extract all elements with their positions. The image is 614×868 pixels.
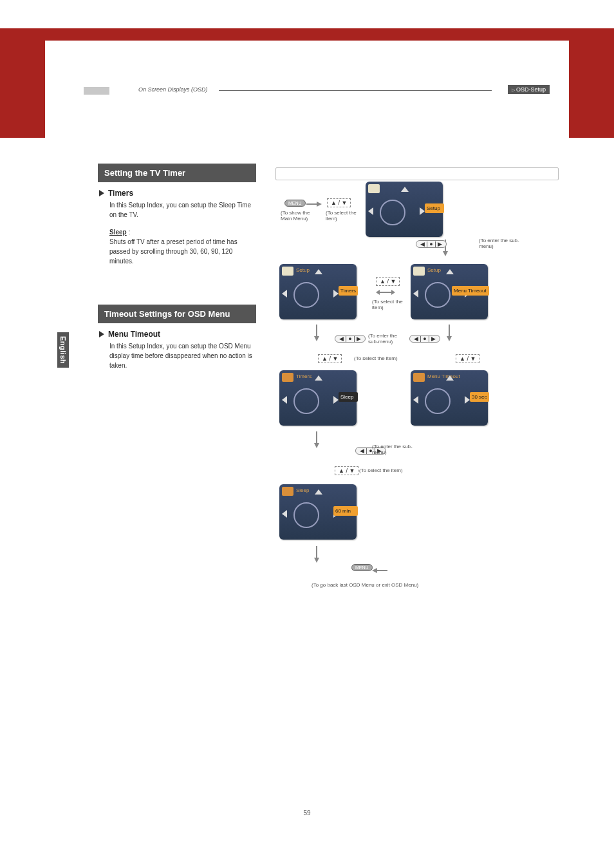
updown-key-icon: ▲ / ▼ xyxy=(327,198,351,207)
language-tab: English xyxy=(57,332,69,368)
caption-select-item-2: (To select the item) xyxy=(372,299,407,310)
updown-key-icon: ▲ / ▼ xyxy=(335,466,358,475)
tile-label-30sec: 30 sec xyxy=(470,392,489,402)
tile-toplabel-timers: Timers xyxy=(296,373,312,379)
desc-menu-timeout: In this Setup Index, you can setup the O… xyxy=(109,341,256,370)
corner-icon xyxy=(413,267,425,276)
caption-select-item-3: (To select the item) xyxy=(354,355,412,361)
nav-key-icon: ◀ | ● | ▶ xyxy=(416,240,447,248)
arrow-down-icon xyxy=(314,546,319,563)
tile-label-menutimeout: Menu Timeout xyxy=(452,286,489,296)
gear-icon xyxy=(282,373,293,382)
desc-sleep: Shuts off TV after a preset period of ti… xyxy=(109,237,256,266)
tile-toplabel-setup-r: Setup xyxy=(427,267,441,273)
heading-timers: Timers xyxy=(99,189,256,198)
nav-key-icon: ◀ | ● | ▶ xyxy=(335,335,366,343)
diagram-frame xyxy=(275,167,559,180)
header-rule xyxy=(219,90,492,91)
sleep-colon: : xyxy=(127,229,131,236)
caption-enter-sub-3: (To enter the sub-menu) xyxy=(372,444,417,455)
page-number: 59 xyxy=(0,809,614,816)
caption-enter-sub-1: (To enter the sub-menu) xyxy=(479,238,530,249)
tile-label-timers: Timers xyxy=(339,286,358,296)
content-left: Setting the TV Timer Timers In this Setu… xyxy=(98,164,256,379)
arrow-down-icon xyxy=(314,431,319,448)
osd-tile-setup: Setup xyxy=(366,182,443,237)
tile-label-setup: Setup xyxy=(425,203,444,213)
page: On Screen Displays (OSD) OSD-Setup Engli… xyxy=(0,0,614,868)
caption-select-item-4: (To select the item) xyxy=(359,467,423,473)
tile-toplabel-setup-l: Setup xyxy=(296,267,310,273)
tile-toplabel-sleep: Sleep xyxy=(296,487,309,493)
subheading-sleep: Sleep : xyxy=(109,229,256,236)
gear-icon xyxy=(282,487,293,496)
menu-button-icon: MENU xyxy=(284,200,306,207)
section-title-timer: Setting the TV Timer xyxy=(98,164,256,182)
osd-tile-timers: Timers Sleep xyxy=(279,370,357,426)
osd-tile-menutimeout: Menu Timeout 30 sec xyxy=(411,370,488,426)
corner-icon xyxy=(282,267,293,276)
tile-label-sleep: Sleep xyxy=(339,392,358,402)
tile-label-60min: 60 min xyxy=(333,506,358,516)
osd-tile-sleep: Sleep 60 min xyxy=(279,484,357,540)
caption-enter-sub-2: (To enter the sub-menu) xyxy=(368,333,407,344)
header-accent xyxy=(84,87,109,95)
gear-icon xyxy=(413,373,425,382)
caption-select-item-1: (To select the item) xyxy=(326,210,358,222)
heading-menu-timeout: Menu Timeout xyxy=(99,330,256,339)
corner-icon xyxy=(368,184,380,193)
tile-toplabel-menutimeout: Menu Timeout xyxy=(427,373,460,379)
header-row: On Screen Displays (OSD) OSD-Setup xyxy=(84,87,550,100)
osd-tile-setup-right: Setup Menu Timeout xyxy=(411,264,488,319)
arrow-right-icon xyxy=(306,202,322,207)
arrow-left-icon xyxy=(372,568,387,573)
updown-key-icon: ▲ / ▼ xyxy=(318,354,342,363)
header-badge: OSD-Setup xyxy=(508,85,550,94)
double-arrow-icon xyxy=(376,290,395,295)
caption-show-main: (To show the Main Menu) xyxy=(281,210,313,222)
desc-timers: In this Setup Index, you can setup the S… xyxy=(109,200,256,220)
caption-go-back: (To go back last OSD Menu or exit OSD Me… xyxy=(312,582,466,588)
updown-key-icon: ▲ / ▼ xyxy=(456,354,479,363)
breadcrumb: On Screen Displays (OSD) xyxy=(138,86,208,93)
sleep-label: Sleep xyxy=(109,229,127,236)
arrow-down-icon xyxy=(447,325,452,341)
nav-key-icon: ◀ | ● | ▶ xyxy=(409,335,440,343)
arrow-down-icon xyxy=(314,325,319,341)
page-body xyxy=(45,41,569,839)
menu-button-icon: MENU xyxy=(351,564,373,571)
section-title-timeout: Timeout Settings for OSD Menu xyxy=(98,305,256,323)
osd-tile-setup-left: Setup Timers xyxy=(279,264,357,319)
updown-key-icon: ▲ / ▼ xyxy=(376,277,400,286)
